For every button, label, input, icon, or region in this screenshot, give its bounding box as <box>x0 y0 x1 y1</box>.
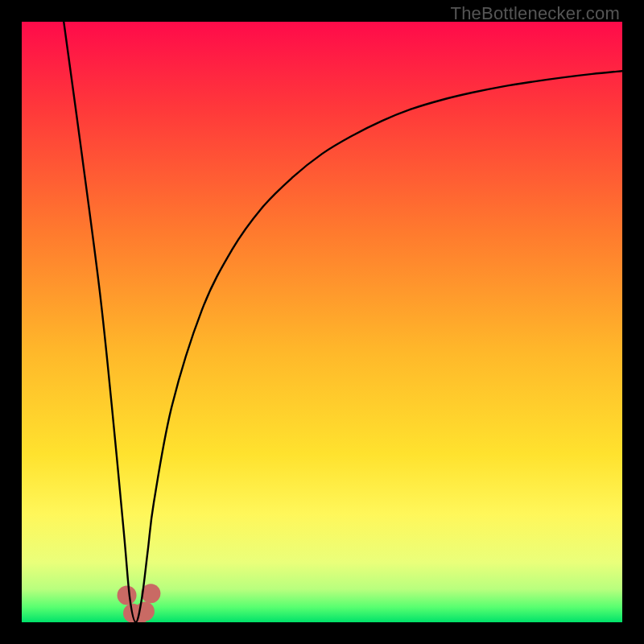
bottleneck-curve <box>64 22 622 622</box>
plot-area <box>22 22 622 622</box>
valley-dot <box>118 585 137 605</box>
chart-stage: TheBottlenecker.com <box>0 0 644 644</box>
watermark-text: TheBottlenecker.com <box>451 3 620 24</box>
bottleneck-curve-layer <box>22 22 622 622</box>
